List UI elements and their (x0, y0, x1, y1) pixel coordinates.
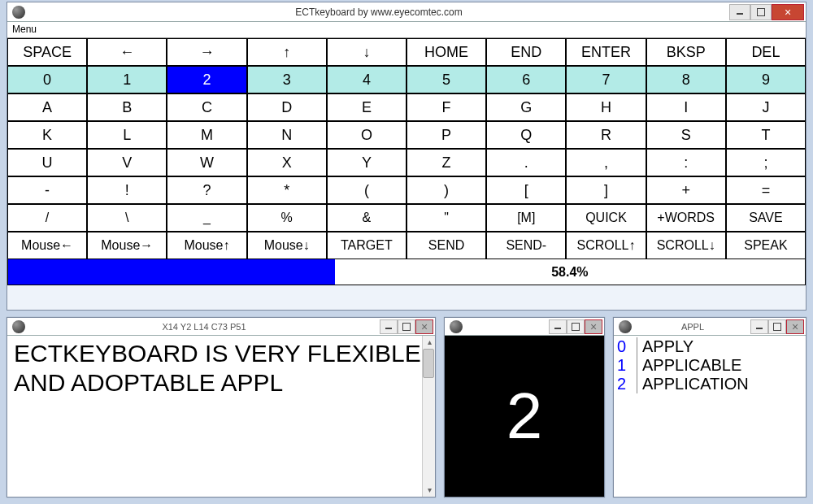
key-button[interactable]: Mouse→ (87, 232, 167, 259)
key-button[interactable]: E (327, 93, 406, 121)
key-button[interactable]: H (566, 93, 646, 121)
key-button[interactable]: M (167, 121, 246, 149)
scroll-thumb[interactable] (423, 349, 434, 378)
key-button[interactable]: 4 (327, 66, 406, 93)
key-button[interactable]: N (247, 121, 327, 149)
maximize-button[interactable] (398, 319, 415, 334)
key-button[interactable]: 9 (726, 66, 806, 93)
key-button[interactable]: A (7, 93, 87, 121)
key-button[interactable]: F (406, 93, 486, 121)
key-button[interactable]: ] (566, 176, 646, 204)
main-titlebar[interactable]: ECTkeyboard by www.eyecomtec.com (7, 2, 806, 22)
key-button[interactable]: & (327, 204, 406, 232)
minimize-button[interactable] (750, 319, 768, 334)
key-button[interactable]: SPEAK (726, 232, 806, 259)
key-button[interactable]: 2 (167, 66, 246, 93)
minimize-button[interactable] (729, 4, 750, 20)
key-button[interactable]: , (566, 149, 646, 176)
key-button[interactable]: B (87, 93, 167, 121)
suggestions-titlebar[interactable]: APPL (614, 318, 806, 336)
key-button[interactable]: 7 (566, 66, 646, 93)
key-button[interactable]: SEND (406, 232, 486, 259)
key-button[interactable]: END (486, 38, 566, 66)
scrollbar[interactable]: ▴ ▾ (422, 336, 435, 497)
key-button[interactable]: → (167, 38, 246, 66)
key-button[interactable]: 1 (87, 66, 167, 93)
key-button[interactable]: D (247, 93, 327, 121)
key-button[interactable]: - (7, 176, 87, 204)
key-button[interactable]: ? (167, 176, 246, 204)
key-button[interactable]: HOME (406, 38, 486, 66)
close-button[interactable] (415, 319, 433, 334)
key-button[interactable]: SCROLL↑ (566, 232, 646, 259)
minimize-button[interactable] (549, 319, 567, 334)
key-button[interactable]: I (646, 93, 726, 121)
key-button[interactable]: : (646, 149, 726, 176)
maximize-button[interactable] (567, 319, 585, 334)
key-button[interactable]: ) (406, 176, 486, 204)
key-button[interactable]: Q (486, 121, 566, 149)
key-button[interactable]: Y (327, 149, 406, 176)
key-button[interactable]: 3 (247, 66, 327, 93)
scroll-up-arrow[interactable]: ▴ (423, 336, 435, 349)
suggestion-item[interactable]: 2APPLICATION (617, 375, 802, 393)
key-button[interactable]: ENTER (566, 38, 646, 66)
key-button[interactable]: S (646, 121, 726, 149)
close-button[interactable] (786, 319, 804, 334)
key-button[interactable]: QUICK (566, 204, 646, 232)
key-button[interactable]: C (167, 93, 246, 121)
key-button[interactable]: Mouse↑ (167, 232, 246, 259)
maximize-button[interactable] (750, 4, 772, 20)
key-button[interactable]: P (406, 121, 486, 149)
key-button[interactable]: X (247, 149, 327, 176)
key-button[interactable]: ← (87, 38, 167, 66)
maximize-button[interactable] (768, 319, 786, 334)
key-button[interactable]: J (726, 93, 806, 121)
suggestion-item[interactable]: 0APPLY (617, 337, 802, 356)
key-button[interactable]: \ (87, 204, 167, 232)
minimize-button[interactable] (380, 319, 398, 334)
key-button[interactable]: 8 (646, 66, 726, 93)
text-output[interactable]: ECTKEYBOARD IS VERY FLEXIBLE AND ADOPTAB… (7, 336, 435, 497)
key-button[interactable]: + (646, 176, 726, 204)
key-button[interactable]: U (7, 149, 87, 176)
text-titlebar[interactable]: X14 Y2 L14 C73 P51 (7, 318, 435, 336)
key-button[interactable]: _ (167, 204, 246, 232)
key-button[interactable]: 5 (406, 66, 486, 93)
key-button[interactable]: / (7, 204, 87, 232)
key-button[interactable]: SAVE (726, 204, 806, 232)
menu-item-menu[interactable]: Menu (12, 24, 37, 35)
key-button[interactable]: SCROLL↓ (646, 232, 726, 259)
key-button[interactable]: L (87, 121, 167, 149)
key-button[interactable]: ( (327, 176, 406, 204)
key-button[interactable]: * (247, 176, 327, 204)
key-button[interactable]: K (7, 121, 87, 149)
key-button[interactable]: V (87, 149, 167, 176)
key-button[interactable]: Mouse← (7, 232, 87, 259)
key-button[interactable]: G (486, 93, 566, 121)
key-button[interactable]: = (726, 176, 806, 204)
key-button[interactable]: Mouse↓ (247, 232, 327, 259)
suggestion-item[interactable]: 1APPLICABLE (617, 356, 802, 375)
key-button[interactable]: 0 (7, 66, 87, 93)
key-button[interactable]: ↓ (327, 38, 406, 66)
key-button[interactable]: +WORDS (646, 204, 726, 232)
key-button[interactable]: T (726, 121, 806, 149)
key-button[interactable]: Z (406, 149, 486, 176)
key-button[interactable]: ! (87, 176, 167, 204)
key-button[interactable]: [ (486, 176, 566, 204)
key-button[interactable]: ; (726, 149, 806, 176)
key-button[interactable]: SEND- (486, 232, 566, 259)
key-button[interactable]: BKSP (646, 38, 726, 66)
key-button[interactable]: W (167, 149, 246, 176)
close-button[interactable] (772, 4, 804, 20)
key-button[interactable]: O (327, 121, 406, 149)
key-button[interactable]: ↑ (247, 38, 327, 66)
key-button[interactable]: R (566, 121, 646, 149)
key-button[interactable]: " (406, 204, 486, 232)
display-titlebar[interactable] (445, 318, 604, 336)
key-button[interactable]: % (247, 204, 327, 232)
scroll-down-arrow[interactable]: ▾ (423, 484, 435, 497)
key-button[interactable]: . (486, 149, 566, 176)
key-button[interactable]: TARGET (327, 232, 406, 259)
